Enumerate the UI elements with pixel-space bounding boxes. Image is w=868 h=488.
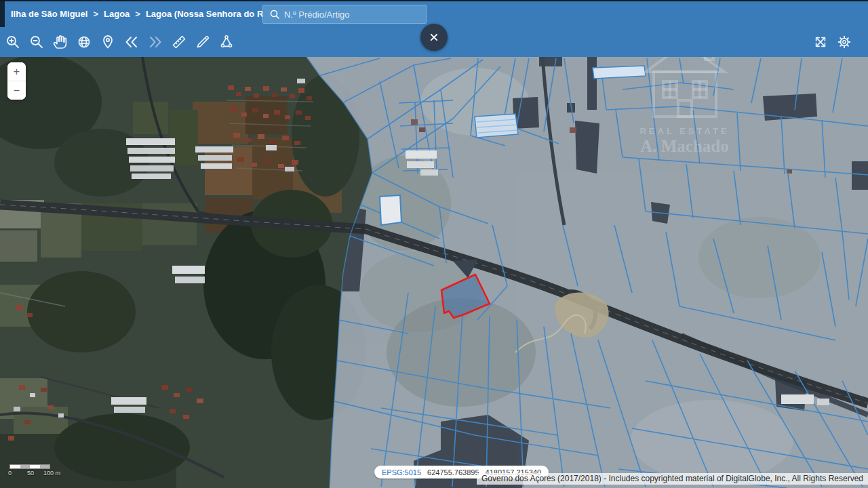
zoom-out-icon bbox=[28, 34, 45, 50]
chevrons-right-icon bbox=[147, 34, 163, 50]
zoom-in-button[interactable] bbox=[1, 30, 24, 54]
close-button[interactable] bbox=[420, 24, 448, 51]
search-icon bbox=[269, 9, 280, 20]
locate-button[interactable] bbox=[96, 30, 119, 54]
corner-strip bbox=[0, 0, 5, 27]
breadcrumb-separator: > bbox=[93, 9, 98, 19]
fullscreen-icon bbox=[813, 35, 828, 49]
zoom-out-button[interactable] bbox=[25, 30, 48, 54]
app-window: REAL ESTATE A. Machado Ilha de São Migue… bbox=[0, 0, 868, 488]
measure-button[interactable] bbox=[167, 30, 191, 54]
zoom-out-control[interactable]: − bbox=[7, 81, 26, 100]
chevrons-left-icon bbox=[123, 34, 140, 50]
breadcrumb-municipality[interactable]: Lagoa bbox=[104, 9, 130, 19]
topology-triangle-icon bbox=[218, 34, 235, 50]
pencil-icon bbox=[195, 34, 211, 50]
map-canvas[interactable] bbox=[0, 0, 868, 488]
close-icon bbox=[427, 30, 441, 44]
scale-label-start: 0 bbox=[8, 470, 12, 476]
zoom-control: + − bbox=[7, 62, 26, 100]
draw-button[interactable] bbox=[191, 30, 214, 54]
breadcrumb: Ilha de São Miguel > Lagoa > Lagoa (Noss… bbox=[11, 0, 303, 27]
pan-button[interactable] bbox=[49, 30, 72, 54]
overview-button[interactable] bbox=[73, 30, 96, 54]
scale-label-mid: 50 bbox=[27, 470, 34, 476]
search-input[interactable] bbox=[284, 9, 426, 20]
topology-button[interactable] bbox=[215, 30, 238, 54]
top-border-strip bbox=[0, 0, 868, 1]
breadcrumb-separator: > bbox=[135, 9, 140, 19]
previous-extent-button[interactable] bbox=[120, 30, 143, 54]
zoom-in-icon bbox=[5, 34, 21, 50]
location-pin-icon bbox=[100, 34, 116, 50]
crs-code[interactable]: EPSG:5015 bbox=[382, 468, 421, 476]
ruler-icon bbox=[171, 34, 187, 50]
scale-label-end: 100 m bbox=[43, 470, 60, 476]
coordinate-x: 624755.763895 bbox=[427, 468, 479, 476]
gear-icon bbox=[837, 35, 852, 49]
globe-icon bbox=[76, 34, 92, 50]
settings-button[interactable] bbox=[833, 30, 856, 54]
scale-bar: 0 50 100 m bbox=[9, 464, 62, 476]
search-box bbox=[262, 5, 427, 24]
breadcrumb-island[interactable]: Ilha de São Miguel bbox=[11, 9, 87, 19]
map-attribution: Governo dos Açores (2017/2018) - Include… bbox=[477, 473, 868, 485]
fullscreen-button[interactable] bbox=[809, 30, 832, 54]
scale-bar-segments bbox=[9, 464, 50, 469]
next-extent-button[interactable] bbox=[144, 30, 167, 54]
hand-icon bbox=[52, 34, 68, 50]
zoom-in-control[interactable]: + bbox=[7, 62, 26, 81]
